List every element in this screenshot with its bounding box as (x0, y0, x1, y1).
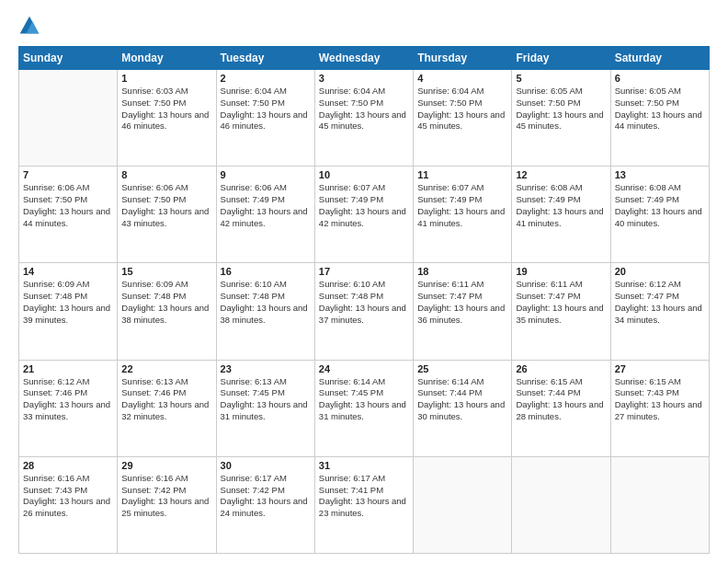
calendar-cell: 25Sunrise: 6:14 AM Sunset: 7:44 PM Dayli… (414, 360, 512, 456)
day-number: 22 (121, 363, 211, 374)
day-number: 12 (516, 169, 606, 180)
cell-info: Sunrise: 6:03 AM Sunset: 7:50 PM Dayligh… (121, 86, 211, 132)
day-number: 10 (319, 169, 409, 180)
day-number: 1 (121, 73, 211, 84)
day-number: 8 (121, 169, 211, 180)
cell-info: Sunrise: 6:08 AM Sunset: 7:49 PM Dayligh… (516, 182, 606, 229)
day-number: 16 (221, 266, 311, 277)
cell-info: Sunrise: 6:10 AM Sunset: 7:48 PM Dayligh… (319, 279, 409, 326)
cell-info: Sunrise: 6:12 AM Sunset: 7:47 PM Dayligh… (615, 279, 705, 326)
cell-info: Sunrise: 6:05 AM Sunset: 7:50 PM Dayligh… (615, 86, 705, 132)
calendar-cell: 11Sunrise: 6:07 AM Sunset: 7:49 PM Dayli… (414, 167, 512, 263)
cell-info: Sunrise: 6:06 AM Sunset: 7:50 PM Dayligh… (121, 182, 211, 229)
day-number: 9 (221, 169, 311, 180)
cell-info: Sunrise: 6:04 AM Sunset: 7:50 PM Dayligh… (221, 86, 311, 132)
cell-info: Sunrise: 6:04 AM Sunset: 7:50 PM Dayligh… (319, 86, 409, 132)
cell-info: Sunrise: 6:12 AM Sunset: 7:46 PM Dayligh… (23, 376, 113, 423)
calendar-cell: 5Sunrise: 6:05 AM Sunset: 7:50 PM Daylig… (512, 70, 610, 167)
day-number: 31 (319, 460, 409, 471)
calendar-cell: 9Sunrise: 6:06 AM Sunset: 7:49 PM Daylig… (216, 167, 314, 263)
day-number: 19 (516, 266, 606, 277)
calendar-cell: 14Sunrise: 6:09 AM Sunset: 7:48 PM Dayli… (19, 263, 118, 360)
cell-info: Sunrise: 6:09 AM Sunset: 7:48 PM Dayligh… (23, 279, 113, 326)
day-number: 28 (23, 460, 113, 471)
logo-icon (18, 15, 40, 37)
weekday-header-monday: Monday (118, 47, 216, 70)
page: SundayMondayTuesdayWednesdayThursdayFrid… (0, 0, 728, 563)
cell-info: Sunrise: 6:17 AM Sunset: 7:41 PM Dayligh… (319, 473, 409, 520)
week-row-3: 21Sunrise: 6:12 AM Sunset: 7:46 PM Dayli… (19, 360, 710, 456)
calendar-cell: 10Sunrise: 6:07 AM Sunset: 7:49 PM Dayli… (314, 167, 413, 263)
day-number: 20 (615, 266, 705, 277)
day-number: 4 (417, 73, 507, 84)
weekday-header-friday: Friday (512, 47, 610, 70)
calendar-cell: 27Sunrise: 6:15 AM Sunset: 7:43 PM Dayli… (610, 360, 709, 456)
calendar-cell: 13Sunrise: 6:08 AM Sunset: 7:49 PM Dayli… (610, 167, 709, 263)
calendar-cell: 15Sunrise: 6:09 AM Sunset: 7:48 PM Dayli… (118, 263, 216, 360)
calendar-cell: 24Sunrise: 6:14 AM Sunset: 7:45 PM Dayli… (314, 360, 413, 456)
cell-info: Sunrise: 6:06 AM Sunset: 7:49 PM Dayligh… (221, 182, 311, 229)
cell-info: Sunrise: 6:15 AM Sunset: 7:44 PM Dayligh… (516, 376, 606, 423)
cell-info: Sunrise: 6:07 AM Sunset: 7:49 PM Dayligh… (417, 182, 507, 229)
cell-info: Sunrise: 6:04 AM Sunset: 7:50 PM Dayligh… (417, 86, 507, 132)
day-number: 13 (615, 169, 705, 180)
day-number: 18 (417, 266, 507, 277)
day-number: 27 (615, 363, 705, 374)
day-number: 2 (221, 73, 311, 84)
calendar-cell (19, 70, 118, 167)
cell-info: Sunrise: 6:05 AM Sunset: 7:50 PM Dayligh… (516, 86, 606, 132)
day-number: 30 (221, 460, 311, 471)
calendar-cell: 21Sunrise: 6:12 AM Sunset: 7:46 PM Dayli… (19, 360, 118, 456)
calendar-cell: 26Sunrise: 6:15 AM Sunset: 7:44 PM Dayli… (512, 360, 610, 456)
cell-info: Sunrise: 6:13 AM Sunset: 7:46 PM Dayligh… (121, 376, 211, 423)
logo (18, 15, 44, 37)
cell-info: Sunrise: 6:08 AM Sunset: 7:49 PM Dayligh… (615, 182, 705, 229)
calendar-cell: 30Sunrise: 6:17 AM Sunset: 7:42 PM Dayli… (216, 456, 314, 553)
header (18, 15, 710, 37)
calendar-cell: 20Sunrise: 6:12 AM Sunset: 7:47 PM Dayli… (610, 263, 709, 360)
day-number: 15 (121, 266, 211, 277)
week-row-0: 1Sunrise: 6:03 AM Sunset: 7:50 PM Daylig… (19, 70, 710, 167)
day-number: 5 (516, 73, 606, 84)
calendar-cell: 22Sunrise: 6:13 AM Sunset: 7:46 PM Dayli… (118, 360, 216, 456)
cell-info: Sunrise: 6:15 AM Sunset: 7:43 PM Dayligh… (615, 376, 705, 423)
cell-info: Sunrise: 6:06 AM Sunset: 7:50 PM Dayligh… (23, 182, 113, 229)
calendar-cell: 31Sunrise: 6:17 AM Sunset: 7:41 PM Dayli… (314, 456, 413, 553)
day-number: 7 (23, 169, 113, 180)
calendar-cell: 2Sunrise: 6:04 AM Sunset: 7:50 PM Daylig… (216, 70, 314, 167)
cell-info: Sunrise: 6:14 AM Sunset: 7:45 PM Dayligh… (319, 376, 409, 423)
weekday-header-thursday: Thursday (414, 47, 512, 70)
calendar-cell: 28Sunrise: 6:16 AM Sunset: 7:43 PM Dayli… (19, 456, 118, 553)
calendar-cell: 8Sunrise: 6:06 AM Sunset: 7:50 PM Daylig… (118, 167, 216, 263)
calendar-cell: 19Sunrise: 6:11 AM Sunset: 7:47 PM Dayli… (512, 263, 610, 360)
week-row-1: 7Sunrise: 6:06 AM Sunset: 7:50 PM Daylig… (19, 167, 710, 263)
cell-info: Sunrise: 6:16 AM Sunset: 7:43 PM Dayligh… (23, 473, 113, 520)
cell-info: Sunrise: 6:11 AM Sunset: 7:47 PM Dayligh… (516, 279, 606, 326)
calendar-cell (512, 456, 610, 553)
calendar-table: SundayMondayTuesdayWednesdayThursdayFrid… (18, 46, 710, 554)
day-number: 23 (221, 363, 311, 374)
day-number: 14 (23, 266, 113, 277)
calendar-cell: 29Sunrise: 6:16 AM Sunset: 7:42 PM Dayli… (118, 456, 216, 553)
cell-info: Sunrise: 6:14 AM Sunset: 7:44 PM Dayligh… (417, 376, 507, 423)
day-number: 17 (319, 266, 409, 277)
day-number: 26 (516, 363, 606, 374)
cell-info: Sunrise: 6:16 AM Sunset: 7:42 PM Dayligh… (121, 473, 211, 520)
cell-info: Sunrise: 6:13 AM Sunset: 7:45 PM Dayligh… (221, 376, 311, 423)
weekday-header-wednesday: Wednesday (314, 47, 413, 70)
calendar-cell: 18Sunrise: 6:11 AM Sunset: 7:47 PM Dayli… (414, 263, 512, 360)
calendar-cell: 7Sunrise: 6:06 AM Sunset: 7:50 PM Daylig… (19, 167, 118, 263)
cell-info: Sunrise: 6:11 AM Sunset: 7:47 PM Dayligh… (417, 279, 507, 326)
week-row-4: 28Sunrise: 6:16 AM Sunset: 7:43 PM Dayli… (19, 456, 710, 553)
week-row-2: 14Sunrise: 6:09 AM Sunset: 7:48 PM Dayli… (19, 263, 710, 360)
cell-info: Sunrise: 6:17 AM Sunset: 7:42 PM Dayligh… (221, 473, 311, 520)
day-number: 25 (417, 363, 507, 374)
calendar-cell: 6Sunrise: 6:05 AM Sunset: 7:50 PM Daylig… (610, 70, 709, 167)
day-number: 21 (23, 363, 113, 374)
day-number: 29 (121, 460, 211, 471)
calendar-cell: 23Sunrise: 6:13 AM Sunset: 7:45 PM Dayli… (216, 360, 314, 456)
cell-info: Sunrise: 6:09 AM Sunset: 7:48 PM Dayligh… (121, 279, 211, 326)
calendar-cell: 1Sunrise: 6:03 AM Sunset: 7:50 PM Daylig… (118, 70, 216, 167)
day-number: 6 (615, 73, 705, 84)
cell-info: Sunrise: 6:10 AM Sunset: 7:48 PM Dayligh… (221, 279, 311, 326)
